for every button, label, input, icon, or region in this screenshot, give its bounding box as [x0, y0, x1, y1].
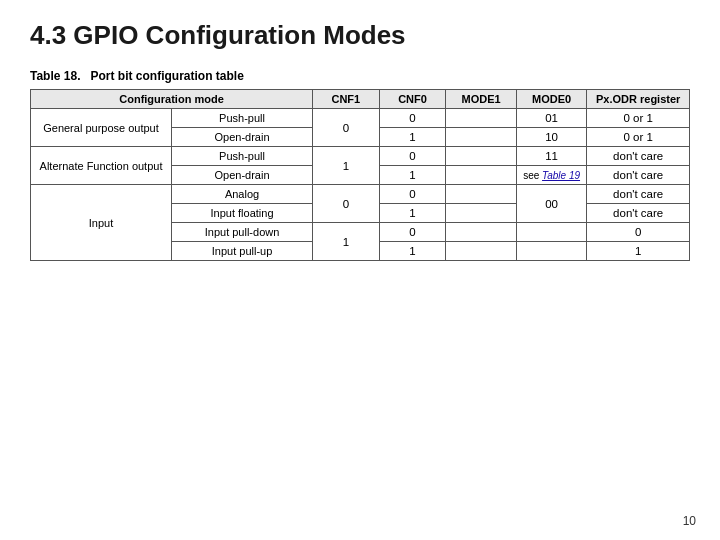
mode0-gpo-od: 10	[516, 128, 587, 147]
cnf1-gpo: 0	[313, 109, 380, 147]
th-mode0: MODE0	[516, 90, 587, 109]
cnf0-afo-pp: 0	[379, 147, 446, 166]
cnf1-input-top: 0	[313, 185, 380, 223]
pxodr-afo-od: don't care	[587, 166, 690, 185]
table-row: General purpose output Push-pull 0 0 01 …	[31, 109, 690, 128]
table-caption-text: Port bit configuration table	[90, 69, 243, 83]
mode1-pulldown	[446, 223, 517, 242]
mode1-afo-pp	[446, 147, 517, 166]
pxodr-pullup: 1	[587, 242, 690, 261]
page-container: 4.3 GPIO Configuration Modes Table 18. P…	[0, 0, 720, 540]
mode0-gpo-pp: 01	[516, 109, 587, 128]
group-label-afo: Alternate Function output	[31, 147, 172, 185]
subconfig-open-drain-afo: Open-drain	[172, 166, 313, 185]
cnf0-gpo-od: 1	[379, 128, 446, 147]
mode1-gpo-od	[446, 128, 517, 147]
cnf1-input-bot: 1	[313, 223, 380, 261]
subconfig-open-drain-gpo: Open-drain	[172, 128, 313, 147]
pxodr-pulldown: 0	[587, 223, 690, 242]
mode1-float	[446, 204, 517, 223]
pxodr-float: don't care	[587, 204, 690, 223]
page-title: 4.3 GPIO Configuration Modes	[30, 20, 690, 51]
table-num: Table 18.	[30, 69, 80, 83]
page-number: 10	[683, 514, 696, 528]
cnf0-pulldown: 0	[379, 223, 446, 242]
cnf1-afo: 1	[313, 147, 380, 185]
mode1-analog	[446, 185, 517, 204]
table-caption: Table 18. Port bit configuration table	[30, 69, 690, 83]
cnf0-pullup: 1	[379, 242, 446, 261]
mode0-afo-pp: 11	[516, 147, 587, 166]
mode0-input-top: 00	[516, 185, 587, 223]
subconfig-push-pull-afo: Push-pull	[172, 147, 313, 166]
mode0-pullup	[516, 242, 587, 261]
config-table: Configuration mode CNF1 CNF0 MODE1 MODE0…	[30, 89, 690, 261]
group-label-input: Input	[31, 185, 172, 261]
subconfig-analog: Analog	[172, 185, 313, 204]
cnf0-float: 1	[379, 204, 446, 223]
th-cnf1: CNF1	[313, 90, 380, 109]
group-label-gpo: General purpose output	[31, 109, 172, 147]
pxodr-gpo-pp: 0 or 1	[587, 109, 690, 128]
mode1-afo-od	[446, 166, 517, 185]
subconfig-push-pull-gpo: Push-pull	[172, 109, 313, 128]
subconfig-input-pulldown: Input pull-down	[172, 223, 313, 242]
table-row: Input Analog 0 0 00 don't care	[31, 185, 690, 204]
subconfig-input-floating: Input floating	[172, 204, 313, 223]
th-mode1: MODE1	[446, 90, 517, 109]
see-table-ref: see Table 19	[523, 170, 580, 181]
mode0-afo-od: see Table 19	[516, 166, 587, 185]
pxodr-analog: don't care	[587, 185, 690, 204]
th-pxodr: Px.ODR register	[587, 90, 690, 109]
cnf0-gpo-pp: 0	[379, 109, 446, 128]
table-row: Alternate Function output Push-pull 1 0 …	[31, 147, 690, 166]
pxodr-afo-pp: don't care	[587, 147, 690, 166]
mode1-pullup	[446, 242, 517, 261]
th-cnf0: CNF0	[379, 90, 446, 109]
mode0-pulldown	[516, 223, 587, 242]
cnf0-afo-od: 1	[379, 166, 446, 185]
pxodr-gpo-od: 0 or 1	[587, 128, 690, 147]
th-config-mode: Configuration mode	[31, 90, 313, 109]
cnf0-analog: 0	[379, 185, 446, 204]
mode1-gpo-pp	[446, 109, 517, 128]
subconfig-input-pullup: Input pull-up	[172, 242, 313, 261]
